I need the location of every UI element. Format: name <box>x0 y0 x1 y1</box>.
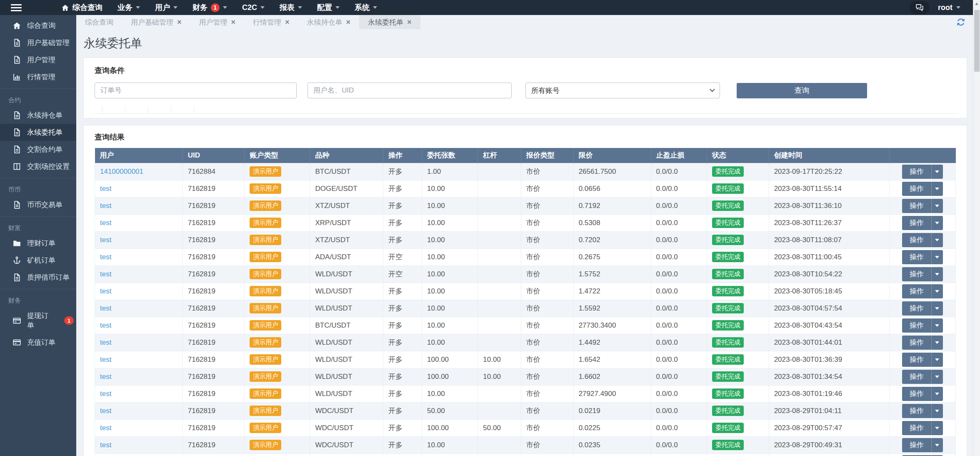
tab-perpetual-orders[interactable]: 永续委托单 × <box>359 15 420 29</box>
action-button[interactable]: 操作 <box>902 318 931 333</box>
action-dropdown-toggle[interactable] <box>931 182 943 196</box>
user-link[interactable]: test <box>100 236 111 244</box>
navbar-item-business[interactable]: 业务 <box>118 3 140 13</box>
action-dropdown-toggle[interactable] <box>931 267 943 281</box>
sidebar-item-pledge-loan-orders[interactable]: 质押借币订单 <box>0 269 76 286</box>
user-link[interactable]: test <box>100 270 111 278</box>
user-link[interactable]: test <box>100 219 111 227</box>
user-link[interactable]: 14100000001 <box>100 168 143 175</box>
user-link[interactable]: test <box>100 321 111 329</box>
action-dropdown-toggle[interactable] <box>931 421 943 435</box>
sidebar-item-delivery-control-settings[interactable]: 交割场控设置 <box>0 158 76 175</box>
action-button[interactable]: 操作 <box>902 370 931 384</box>
action-dropdown-toggle[interactable] <box>931 370 943 384</box>
action-dropdown-toggle[interactable] <box>931 216 943 230</box>
action-dropdown-toggle[interactable] <box>931 301 943 316</box>
user-menu[interactable]: root <box>938 3 960 12</box>
action-button[interactable]: 操作 <box>902 336 931 350</box>
scrollbar-thumb[interactable] <box>974 10 980 72</box>
close-icon[interactable]: × <box>231 18 236 26</box>
close-icon[interactable]: × <box>407 18 412 26</box>
navbar-item-reports[interactable]: 报表 <box>280 3 302 13</box>
sidebar-item-withdrawal-orders[interactable]: 提现订单 1 <box>0 307 76 334</box>
query-button[interactable]: 查询 <box>737 83 867 98</box>
action-button[interactable]: 操作 <box>902 216 931 230</box>
sidebar-item-user-management[interactable]: 用户管理 <box>0 51 76 68</box>
sidebar-item-perpetual-positions[interactable]: 永续持仓单 <box>0 107 76 124</box>
scrollbar-up-arrow[interactable] <box>973 0 980 7</box>
navbar-item-finance[interactable]: 财务 1 <box>192 3 227 13</box>
action-button[interactable]: 操作 <box>902 284 931 298</box>
order-number-input[interactable] <box>95 83 297 98</box>
user-link[interactable]: test <box>100 304 111 312</box>
filter-tab-cancelled[interactable] <box>148 106 171 113</box>
close-icon[interactable]: × <box>285 18 290 26</box>
action-button[interactable]: 操作 <box>902 267 931 281</box>
sidebar-item-spot-trades[interactable]: 币币交易单 <box>0 196 76 213</box>
action-dropdown-toggle[interactable] <box>931 387 943 401</box>
action-button[interactable]: 操作 <box>902 199 931 213</box>
hamburger-menu-icon[interactable] <box>11 4 22 11</box>
close-icon[interactable]: × <box>346 18 351 26</box>
navbar-item-system[interactable]: 系统 <box>355 3 377 13</box>
user-link[interactable]: test <box>100 356 111 363</box>
action-button[interactable]: 操作 <box>902 165 931 179</box>
user-link[interactable]: test <box>100 390 111 398</box>
action-button[interactable]: 操作 <box>902 421 931 435</box>
action-button[interactable]: 操作 <box>902 353 931 367</box>
navbar-item-composite-query[interactable]: 综合查询 <box>61 3 102 13</box>
action-button[interactable]: 操作 <box>902 233 931 247</box>
vertical-scrollbar[interactable] <box>973 0 980 456</box>
sidebar-item-deposit-orders[interactable]: 充值订单 <box>0 334 76 351</box>
navbar-item-c2c[interactable]: C2C <box>242 3 265 12</box>
user-link[interactable]: test <box>100 338 111 346</box>
filter-tab-completed[interactable] <box>171 106 194 113</box>
action-dropdown-toggle[interactable] <box>931 165 943 179</box>
chat-button[interactable] <box>910 1 930 14</box>
filter-tab-submitted[interactable] <box>125 106 148 113</box>
sidebar-item-market-management[interactable]: 行情管理 <box>0 68 76 85</box>
tab-perpetual-positions[interactable]: 永续持仓单 × <box>298 15 360 29</box>
action-dropdown-toggle[interactable] <box>931 250 943 264</box>
tab-composite-query[interactable]: 综合查询 <box>76 15 122 29</box>
user-link[interactable]: test <box>100 287 111 295</box>
action-dropdown-toggle[interactable] <box>931 233 943 247</box>
action-button[interactable]: 操作 <box>902 387 931 401</box>
tab-user-basic-management[interactable]: 用户基础管理 × <box>122 15 190 29</box>
action-button[interactable]: 操作 <box>902 438 931 452</box>
user-link[interactable]: test <box>100 185 111 193</box>
action-dropdown-toggle[interactable] <box>931 353 943 367</box>
tab-user-management[interactable]: 用户管理 × <box>190 15 245 29</box>
tab-market-management[interactable]: 行情管理 × <box>244 15 298 29</box>
action-dropdown-toggle[interactable] <box>931 199 943 213</box>
user-link[interactable]: test <box>100 407 111 415</box>
sidebar-item-miner-orders[interactable]: 矿机订单 <box>0 252 76 269</box>
sidebar-item-perpetual-orders[interactable]: 永续委托单 <box>0 124 76 141</box>
sidebar-item-composite-query[interactable]: 综合查询 <box>0 17 76 34</box>
table-row: test 7162819 演示用户 ADA/USDT 开空 10.00 市价 0… <box>95 248 956 266</box>
user-uid-input[interactable] <box>308 83 512 98</box>
close-icon[interactable]: × <box>177 18 182 26</box>
action-dropdown-toggle[interactable] <box>931 404 943 418</box>
navbar-item-config[interactable]: 配置 <box>317 3 340 13</box>
filter-tab-all[interactable] <box>102 106 125 113</box>
action-button[interactable]: 操作 <box>902 182 931 196</box>
user-link[interactable]: test <box>100 441 111 449</box>
action-dropdown-toggle[interactable] <box>931 336 943 350</box>
sidebar-item-wealth-orders[interactable]: 理财订单 <box>0 235 76 252</box>
action-button[interactable]: 操作 <box>902 404 931 418</box>
sidebar-item-delivery-contracts[interactable]: 交割合约单 <box>0 141 76 158</box>
action-dropdown-toggle[interactable] <box>931 438 943 452</box>
action-dropdown-toggle[interactable] <box>931 284 943 298</box>
action-dropdown-toggle[interactable] <box>931 318 943 333</box>
sidebar-item-user-basic-management[interactable]: 用户基础管理 <box>0 34 76 51</box>
action-button[interactable]: 操作 <box>902 250 931 264</box>
user-link[interactable]: test <box>100 253 111 261</box>
navbar-item-users[interactable]: 用户 <box>155 3 178 13</box>
action-button[interactable]: 操作 <box>902 301 931 316</box>
refresh-button[interactable] <box>955 15 973 29</box>
user-link[interactable]: test <box>100 424 111 432</box>
user-link[interactable]: test <box>100 202 111 210</box>
account-type-select[interactable]: 所有账号 <box>525 83 720 98</box>
user-link[interactable]: test <box>100 373 111 381</box>
